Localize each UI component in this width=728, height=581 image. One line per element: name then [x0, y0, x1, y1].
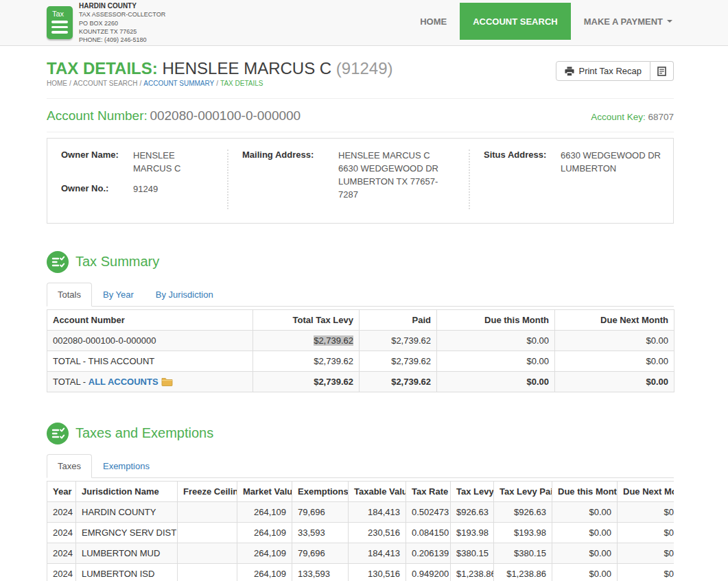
nav-home[interactable]: HOME [407, 3, 460, 40]
org-line: KOUNTZE TX 77625 [79, 27, 165, 36]
owner-no-label: Owner No.: [61, 183, 133, 196]
cell: 264,109 [237, 522, 292, 543]
column-header: Year [47, 481, 76, 501]
account-key: Account Key: 68707 [591, 112, 674, 122]
cell: $2,739.62 [360, 330, 437, 351]
mailing-address-label: Mailing Address: [242, 150, 338, 201]
breadcrumb-account-summary[interactable]: ACCOUNT SUMMARY [143, 80, 214, 87]
logo-text: Tax [52, 10, 68, 18]
cell: $1,238.86 [494, 563, 552, 581]
table-row: 2024 LUMBERTON MUD 264,109 79,696 184,41… [47, 543, 674, 563]
folder-icon [161, 377, 173, 386]
nav-make-payment-label: MAKE A PAYMENT [584, 16, 663, 27]
cell: $0.00 [552, 501, 618, 522]
column-header: Due this Month [437, 309, 555, 330]
taxes-exemptions-section: Taxes and Exemptions Taxes Exemptions Ye… [47, 423, 674, 581]
main-nav: HOME ACCOUNT SEARCH MAKE A PAYMENT [407, 0, 685, 45]
tax-recap-document-button[interactable] [650, 61, 674, 81]
cell: TOTAL - THIS ACCOUNT [47, 351, 253, 371]
cell: $0.00 [552, 563, 618, 581]
cell: 264,109 [237, 501, 292, 522]
column-header: Due this Month [552, 481, 618, 501]
cell: 130,516 [349, 563, 406, 581]
cell: $0.00 [437, 330, 555, 351]
account-number-label: Account Number: [47, 108, 148, 123]
cell: 2024 [47, 501, 76, 522]
divider [47, 132, 674, 132]
cell: $0.00 [555, 330, 674, 351]
column-header: Market Value [237, 481, 292, 501]
cell: 79,696 [292, 543, 349, 563]
cell: $2,739.62 [253, 371, 360, 392]
taxes-table-viewport: Year Jurisdiction Name Freeze Ceiling Ma… [47, 478, 674, 581]
cell [178, 522, 237, 543]
cell: $380.15 [451, 543, 494, 563]
tab-exemptions[interactable]: Exemptions [92, 454, 161, 478]
cell: $2,739.62 [253, 330, 360, 351]
nav-account-search[interactable]: ACCOUNT SEARCH [460, 3, 571, 40]
cell: $0.00 [618, 563, 674, 581]
situs-address-value: 6630 WEDGEWOOD DR LUMBERTON [561, 150, 661, 176]
tab-by-jurisdiction[interactable]: By Jurisdiction [145, 283, 224, 307]
site-header: Tax HARDIN COUNTY TAX ASSESSOR-COLLECTOR… [0, 0, 728, 46]
situs-address-label: Situs Address: [484, 150, 561, 176]
column-header: Tax Levy [451, 481, 494, 501]
table-row: 2024 EMRGNCY SERV DIST #2 264,109 33,593… [47, 522, 674, 543]
cell: TOTAL - ALL ACCOUNTS [47, 371, 253, 392]
cell: 0.206139 [406, 543, 451, 563]
cell: 2024 [47, 522, 76, 543]
cell: 2024 [47, 563, 76, 581]
table-row: 2024 LUMBERTON ISD 264,109 133,593 130,5… [47, 563, 674, 581]
cell: 230,516 [349, 522, 406, 543]
org-name: HARDIN COUNTY [79, 1, 165, 11]
cell: $380.15 [494, 543, 552, 563]
table-header-row: Year Jurisdiction Name Freeze Ceiling Ma… [47, 481, 674, 501]
table-row-all-accounts: TOTAL - ALL ACCOUNTS $2,739.62 $2,739.62… [47, 371, 674, 392]
table-row: TOTAL - THIS ACCOUNT $2,739.62 $2,739.62… [47, 351, 674, 371]
tab-taxes[interactable]: Taxes [47, 454, 92, 478]
tax-summary-tabs: Totals By Year By Jurisdiction [47, 283, 674, 307]
column-header: Paid [360, 309, 437, 330]
column-header: Due Next Month [555, 309, 674, 330]
tab-totals[interactable]: Totals [47, 283, 92, 307]
column-header: Due Next Month [618, 481, 674, 501]
cell: $1,238.86 [451, 563, 494, 581]
cell: 264,109 [237, 543, 292, 563]
tab-by-year[interactable]: By Year [92, 283, 145, 307]
breadcrumb-current-tax-details: TAX DETAILS [220, 80, 263, 87]
breadcrumb-account-search[interactable]: ACCOUNT SEARCH [73, 80, 138, 87]
breadcrumb-home[interactable]: HOME [47, 80, 67, 87]
cell: $2,739.62 [360, 371, 437, 392]
divider [47, 98, 674, 99]
account-key-value: 68707 [648, 112, 674, 122]
taxes-table: Year Jurisdiction Name Freeze Ceiling Ma… [47, 481, 674, 581]
chevron-down-icon [667, 20, 672, 23]
cell: 0.949200 [406, 563, 451, 581]
cell: $2,739.62 [253, 351, 360, 371]
cell: LUMBERTON ISD [76, 563, 178, 581]
column-header: Tax Levy Paid [494, 481, 552, 501]
column-header: Jurisdiction Name [76, 481, 178, 501]
all-accounts-link[interactable]: ALL ACCOUNTS [89, 377, 158, 387]
cell: LUMBERTON MUD [76, 543, 178, 563]
list-check-icon [47, 251, 69, 273]
cell: $0.00 [618, 543, 674, 563]
cell: 79,696 [292, 501, 349, 522]
brand: Tax HARDIN COUNTY TAX ASSESSOR-COLLECTOR… [47, 0, 165, 45]
owner-no-value: 91249 [133, 183, 158, 196]
print-tax-recap-button[interactable]: Print Tax Recap [556, 61, 650, 81]
taxes-exemptions-tabs: Taxes Exemptions [47, 454, 674, 478]
column-header: Taxable Value [349, 481, 406, 501]
owner-name-value: HENSLEE MARCUS C [133, 150, 215, 176]
page-title: TAX DETAILS: HENSLEE MARCUS C (91249) [47, 60, 393, 78]
org-info: HARDIN COUNTY TAX ASSESSOR-COLLECTOR PO … [79, 1, 165, 44]
document-icon [657, 67, 666, 76]
cell [178, 563, 237, 581]
nav-make-payment[interactable]: MAKE A PAYMENT [571, 3, 685, 40]
highlighted-value: $2,739.62 [314, 335, 353, 346]
owner-info-box: Owner Name: HENSLEE MARCUS C Owner No.: … [47, 138, 674, 223]
account-number-value: 002080-000100-0-000000 [150, 108, 301, 123]
cell: 184,413 [349, 543, 406, 563]
total-prefix: TOTAL - [53, 377, 89, 387]
table-row: 2024 HARDIN COUNTY 264,109 79,696 184,41… [47, 501, 674, 522]
